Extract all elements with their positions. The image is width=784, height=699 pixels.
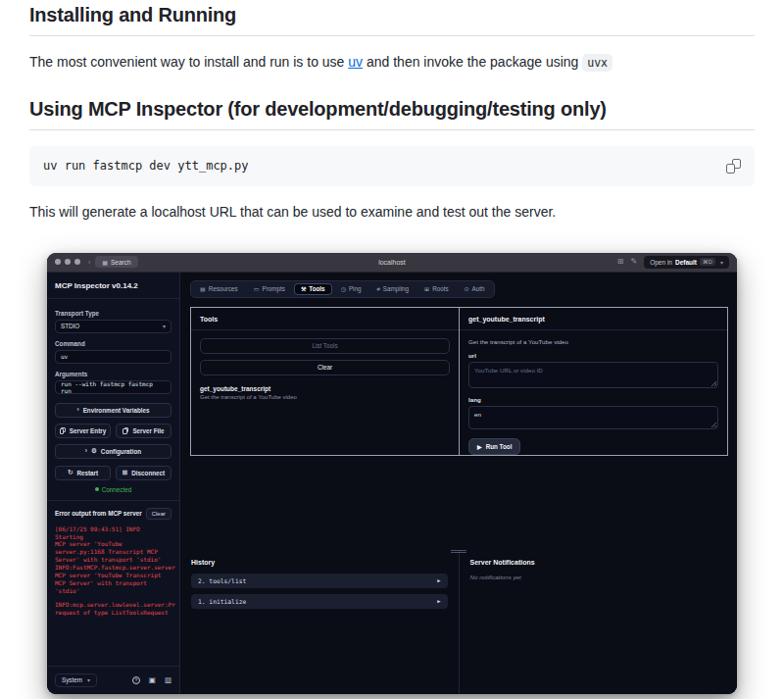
tab-ping[interactable]: ◷Ping bbox=[334, 283, 368, 295]
paragraph-text: and then invoke the package using bbox=[363, 54, 582, 70]
configuration-button[interactable]: › ⚙ Configuration bbox=[55, 444, 172, 459]
notifications-empty-text: No notifications yet bbox=[470, 574, 727, 580]
theme-select[interactable]: System ▾ bbox=[55, 674, 97, 687]
chevron-right-icon: › bbox=[85, 448, 87, 455]
resize-grip-icon[interactable] bbox=[711, 381, 716, 386]
copy-code-icon[interactable] bbox=[726, 159, 741, 174]
restart-label: Restart bbox=[76, 470, 98, 476]
tab-label: Roots bbox=[432, 285, 448, 292]
ping-icon: ◷ bbox=[341, 285, 346, 292]
theme-select-value: System bbox=[62, 676, 82, 683]
tab-roots[interactable]: ⊞Roots bbox=[417, 283, 455, 295]
tool-detail-body: Get the transcript of a YouTube video ur… bbox=[460, 330, 727, 463]
tools-panel: Tools List Tools Clear get_youtube_trans… bbox=[190, 307, 728, 456]
expand-caret-icon: ▶ bbox=[437, 577, 440, 583]
tab-label: Prompts bbox=[262, 285, 284, 292]
tool-list-item[interactable]: get_youtube_transcript Get the transcrip… bbox=[200, 385, 450, 400]
clear-tools-button[interactable]: Clear bbox=[200, 360, 450, 375]
expand-caret-icon: ▶ bbox=[437, 598, 440, 604]
tab-label: Sampling bbox=[383, 285, 409, 292]
readme-document: Installing and Running The most convenie… bbox=[0, 0, 784, 694]
docs-icon[interactable]: ▥ bbox=[165, 676, 172, 684]
connection-buttons-row: ↻ Restart ⊠ Disconnect bbox=[55, 466, 172, 480]
error-output-label: Error output from MCP server bbox=[55, 510, 142, 517]
app-title: MCP Inspector v0.14.2 bbox=[47, 273, 179, 299]
footer-icons: ? ▣ ▥ bbox=[132, 676, 172, 684]
feature-tabs: ▤Resources ▭Prompts ⚒Tools ◷Ping #Sampli… bbox=[190, 280, 495, 298]
gear-icon: ⚙ bbox=[91, 448, 97, 455]
help-icon[interactable]: ? bbox=[132, 676, 140, 684]
history-row[interactable]: 1. initialize ▶ bbox=[191, 594, 448, 609]
share-icon[interactable]: ⊞ bbox=[617, 258, 624, 266]
error-log-block: [06/17/25 09:43:51] INFO Starting MCP se… bbox=[55, 525, 172, 595]
sidebar-spacer bbox=[47, 617, 179, 666]
tab-auth[interactable]: ⊙Auth bbox=[458, 283, 492, 295]
chevron-right-icon: › bbox=[76, 407, 78, 414]
browser-tab-pill[interactable]: ▦ Search bbox=[95, 256, 137, 268]
open-in-default-button[interactable]: Open in Default ⌘D ▾ bbox=[644, 256, 729, 269]
uvx-inline-code: uvx bbox=[582, 54, 612, 72]
tab-resources[interactable]: ▤Resources bbox=[193, 283, 245, 295]
copy-icon bbox=[122, 427, 128, 434]
minimize-window-icon[interactable] bbox=[65, 259, 71, 265]
tab-tools[interactable]: ⚒Tools bbox=[294, 283, 332, 295]
server-entry-label: Server Entry bbox=[70, 427, 106, 434]
prompts-icon: ▭ bbox=[254, 285, 260, 292]
status-label: Connected bbox=[102, 486, 131, 493]
restart-button[interactable]: ↻ Restart bbox=[55, 466, 111, 480]
history-title: History bbox=[191, 559, 448, 566]
sidebar-toggle-icon[interactable]: › bbox=[88, 259, 90, 266]
lang-input[interactable]: en bbox=[468, 406, 718, 429]
roots-icon: ⊞ bbox=[424, 285, 429, 292]
tab-prompts[interactable]: ▭Prompts bbox=[247, 283, 292, 295]
traffic-light-buttons[interactable] bbox=[55, 259, 80, 265]
error-log-block: INFO:mcp.server.lowlevel.server:Pr reque… bbox=[55, 601, 172, 617]
error-output-header: Error output from MCP server Clear bbox=[55, 508, 172, 520]
command-input[interactable]: uv bbox=[55, 350, 172, 364]
tab-sampling[interactable]: #Sampling bbox=[369, 283, 416, 295]
list-tools-button[interactable]: List Tools bbox=[200, 338, 450, 354]
sampling-icon: # bbox=[376, 286, 379, 292]
sidebar-footer: System ▾ ? ▣ ▥ bbox=[47, 666, 179, 694]
command-label: Command bbox=[55, 340, 172, 347]
server-file-button[interactable]: Server File bbox=[116, 424, 172, 438]
clear-errors-button[interactable]: Clear bbox=[146, 508, 172, 520]
resources-icon: ▤ bbox=[200, 285, 206, 292]
server-file-label: Server File bbox=[132, 427, 164, 434]
code-text: uv run fastmcp dev ytt_mcp.py bbox=[43, 159, 249, 173]
tool-detail-title: get_youtube_transcript bbox=[460, 308, 727, 330]
status-dot-icon bbox=[95, 487, 99, 491]
connection-status: Connected bbox=[95, 486, 131, 493]
server-entry-button[interactable]: Server Entry bbox=[55, 424, 111, 438]
history-entry-label: 2. tools/list bbox=[198, 577, 246, 584]
mcp-inspector-window: › ▦ Search localhost ⊞ ✎ Open in Default… bbox=[47, 253, 737, 694]
edit-icon[interactable]: ✎ bbox=[630, 258, 637, 266]
zoom-window-icon[interactable] bbox=[74, 259, 80, 265]
resize-handle[interactable] bbox=[451, 550, 466, 554]
notifications-pane: Server Notifications No notifications ye… bbox=[460, 550, 738, 694]
bottom-panels: History 2. tools/list ▶ 1. initialize ▶ … bbox=[180, 550, 737, 694]
github-icon[interactable]: ▣ bbox=[149, 676, 156, 684]
run-tool-button[interactable]: ▶ Run Tool bbox=[468, 438, 520, 455]
transport-type-select[interactable]: STDIO ▾ bbox=[55, 320, 172, 333]
configuration-label: Configuration bbox=[101, 448, 141, 455]
tab-label: Tools bbox=[309, 285, 324, 292]
section-heading-mcp-inspector: Using MCP Inspector (for development/deb… bbox=[29, 98, 755, 130]
transport-type-value: STDIO bbox=[61, 323, 79, 329]
restart-icon: ↻ bbox=[68, 470, 73, 476]
url-input[interactable] bbox=[468, 362, 718, 388]
arguments-input[interactable]: run --with fastmcp fastmcp run bbox=[55, 380, 172, 394]
resize-grip-icon[interactable] bbox=[711, 423, 716, 427]
environment-variables-button[interactable]: › Environment Variables bbox=[55, 403, 172, 418]
tools-list-body: List Tools Clear get_youtube_transcript … bbox=[191, 330, 459, 408]
url-field-label: url bbox=[468, 352, 718, 359]
history-row[interactable]: 2. tools/list ▶ bbox=[191, 574, 448, 588]
run-tool-label: Run Tool bbox=[486, 443, 513, 450]
close-window-icon[interactable] bbox=[55, 259, 61, 265]
tools-list-column: Tools List Tools Clear get_youtube_trans… bbox=[191, 308, 459, 455]
shortcut-badge: ⌘D bbox=[700, 258, 715, 266]
uv-link[interactable]: uv bbox=[348, 54, 363, 70]
disconnect-button[interactable]: ⊠ Disconnect bbox=[116, 466, 172, 480]
tab-icon: ▦ bbox=[102, 259, 108, 266]
tab-label: Auth bbox=[472, 285, 485, 292]
